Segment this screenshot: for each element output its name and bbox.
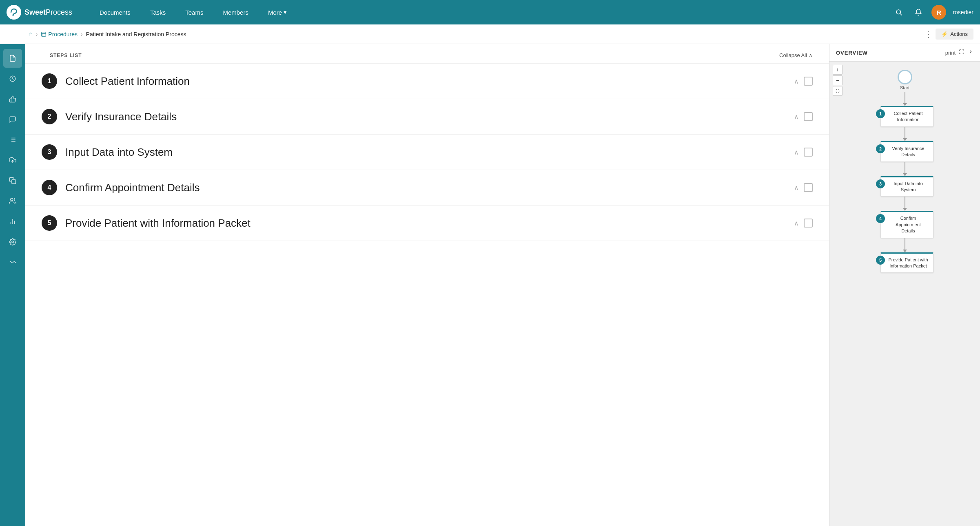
- chat-icon: [9, 116, 16, 123]
- step-collapse-1[interactable]: ∧: [794, 77, 799, 85]
- collapse-chevron-icon: ∧: [809, 52, 813, 58]
- home-link[interactable]: ⌂: [29, 31, 33, 38]
- sidebar-item-thumb[interactable]: [3, 90, 22, 108]
- nav-more[interactable]: More ▾: [258, 0, 297, 24]
- step-label-1: Collect Patient Information: [65, 75, 786, 88]
- step-number-2: 2: [42, 109, 57, 124]
- step-controls-4: ∧: [794, 183, 813, 192]
- step-checkbox-5[interactable]: [804, 219, 813, 228]
- start-label: Start: [900, 85, 909, 90]
- thumb-icon: [9, 95, 16, 103]
- sidebar-item-upload[interactable]: [3, 151, 22, 170]
- content-area: STEPS LIST Collapse All ∧ 1 Collect Pati…: [25, 44, 980, 526]
- sidebar-item-chart[interactable]: [3, 212, 22, 231]
- nav-tasks[interactable]: Tasks: [140, 0, 175, 24]
- step-collapse-4[interactable]: ∧: [794, 184, 799, 192]
- step-collapse-5[interactable]: ∧: [794, 219, 799, 227]
- step-label-2: Verify Insurance Details: [65, 111, 786, 123]
- overview-title: OVERVIEW: [836, 50, 868, 56]
- logo-icon: [7, 5, 21, 20]
- expand-button[interactable]: [968, 49, 973, 56]
- flowchart-box-4[interactable]: Confirm Appointment Details: [880, 211, 933, 238]
- flowchart-step-1: 1Collect Patient Information: [876, 106, 933, 141]
- flowchart-step-row-3: 3Input Data into System: [876, 176, 933, 197]
- gear-icon: [9, 238, 16, 245]
- steps-header: STEPS LIST Collapse All ∧: [25, 44, 829, 64]
- procedures-link[interactable]: Procedures: [41, 31, 78, 38]
- copy-icon: [9, 177, 16, 184]
- step-collapse-2[interactable]: ∧: [794, 113, 799, 121]
- sidebar-item-doc[interactable]: [3, 49, 22, 68]
- sidebar-item-people[interactable]: [3, 192, 22, 210]
- logo[interactable]: SweetProcess: [7, 5, 80, 20]
- breadcrumb-bar: ⌂ › Procedures › Patient Intake and Regi…: [0, 24, 980, 44]
- more-options-button[interactable]: ⋮: [924, 29, 932, 39]
- flowchart-box-3[interactable]: Input Data into System: [880, 176, 933, 197]
- flowchart-arrowhead-2: [903, 173, 907, 176]
- flowchart-step-row-4: 4Confirm Appointment Details: [876, 211, 933, 238]
- nav-documents[interactable]: Documents: [90, 0, 140, 24]
- sidebar-item-gear[interactable]: [3, 232, 22, 251]
- breadcrumb-separator-2: ›: [81, 31, 83, 38]
- flowchart-arrow-1: [905, 127, 905, 138]
- doc-icon: [9, 55, 16, 62]
- sidebar-item-clock[interactable]: [3, 69, 22, 88]
- chart-icon: [9, 218, 16, 225]
- avatar[interactable]: R: [931, 5, 946, 20]
- svg-rect-14: [12, 180, 16, 184]
- nav-links: Documents Tasks Teams Members More ▾: [90, 0, 892, 24]
- step-label-4: Confirm Appointment Details: [65, 181, 786, 194]
- people-icon: [9, 197, 16, 205]
- step-number-5: 5: [42, 215, 57, 231]
- clock-icon: [9, 75, 16, 82]
- overview-controls: print: [945, 49, 973, 56]
- zoom-in-button[interactable]: +: [833, 65, 843, 75]
- flowchart-step-row-2: 2Verify Insurance Details: [876, 141, 933, 162]
- breadcrumb: ⌂ › Procedures › Patient Intake and Regi…: [29, 31, 186, 38]
- flowchart-box-5[interactable]: Provide Patient with Information Packet: [880, 252, 933, 273]
- nav-teams[interactable]: Teams: [175, 0, 213, 24]
- step-checkbox-1[interactable]: [804, 77, 813, 86]
- flowchart-step-4: 4Confirm Appointment Details: [876, 211, 933, 252]
- fit-icon: [836, 89, 840, 93]
- step-collapse-3[interactable]: ∧: [794, 148, 799, 156]
- top-navigation: SweetProcess Documents Tasks Teams Membe…: [0, 0, 980, 24]
- sidebar-item-chat[interactable]: [3, 110, 22, 129]
- list-icon: [9, 136, 16, 144]
- flowchart-area: Start 1Collect Patient Information2Verif…: [829, 62, 980, 281]
- sidebar-item-list[interactable]: [3, 130, 22, 149]
- flowchart-arrowhead-3: [903, 208, 907, 211]
- collapse-all-button[interactable]: Collapse All ∧: [779, 52, 813, 58]
- breadcrumb-actions: ⋮ ⚡ Actions: [924, 29, 973, 40]
- chevron-down-icon: ▾: [284, 9, 287, 16]
- sidebar-item-copy[interactable]: [3, 171, 22, 190]
- step-checkbox-4[interactable]: [804, 183, 813, 192]
- svg-point-1: [896, 10, 901, 14]
- step-number-3: 3: [42, 144, 57, 160]
- sidebar-item-wave[interactable]: [3, 253, 22, 272]
- search-icon[interactable]: [892, 6, 905, 19]
- step-label-5: Provide Patient with Information Packet: [65, 217, 786, 230]
- chevron-right-icon: [968, 49, 973, 55]
- arrowhead-0: [903, 103, 907, 106]
- fullscreen-button[interactable]: [959, 49, 964, 56]
- print-button[interactable]: print: [945, 50, 956, 56]
- svg-rect-3: [42, 32, 46, 36]
- flowchart-step-row-1: 1Collect Patient Information: [876, 106, 933, 127]
- flowchart-arrowhead-1: [903, 138, 907, 141]
- step-checkbox-2[interactable]: [804, 112, 813, 121]
- notification-icon[interactable]: [912, 6, 925, 19]
- username[interactable]: rosedier: [953, 9, 973, 15]
- step-checkbox-3[interactable]: [804, 148, 813, 157]
- fit-button[interactable]: [833, 86, 843, 96]
- svg-point-15: [11, 198, 13, 201]
- actions-button[interactable]: ⚡ Actions: [936, 29, 973, 40]
- flowchart-box-2[interactable]: Verify Insurance Details: [880, 141, 933, 162]
- flowchart-box-1[interactable]: Collect Patient Information: [880, 106, 933, 127]
- step-number-4: 4: [42, 180, 57, 195]
- procedures-icon: [41, 31, 47, 37]
- nav-members[interactable]: Members: [213, 0, 258, 24]
- zoom-out-button[interactable]: −: [833, 75, 843, 85]
- flowchart-step-2: 2Verify Insurance Details: [876, 141, 933, 176]
- logo-text: SweetProcess: [24, 8, 72, 17]
